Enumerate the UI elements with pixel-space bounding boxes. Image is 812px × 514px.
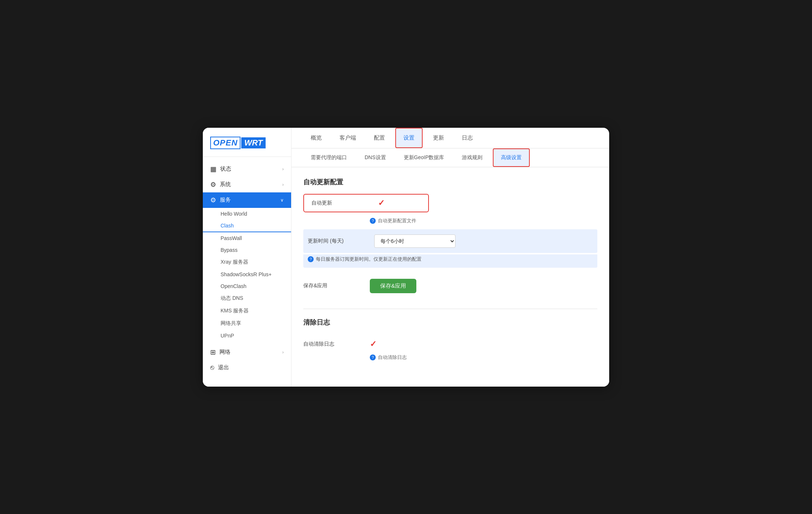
content-area: 自动更新配置 自动更新 ✓ ? 自动更新配置文件 更新时间 (每天) 每个6小时 xyxy=(291,167,609,387)
save-label: 保存&应用 xyxy=(303,282,370,289)
logo-text: OPEN WRT xyxy=(210,137,284,149)
sidebar-item-services[interactable]: ⚙ 服务 ∨ xyxy=(203,192,291,208)
save-button[interactable]: 保存&应用 xyxy=(370,279,416,293)
auto-update-checkmark: ✓ xyxy=(378,198,385,208)
tab-logs[interactable]: 日志 xyxy=(454,128,480,147)
sub-tab-advanced-settings[interactable]: 高级设置 xyxy=(493,148,530,167)
app-container: OPEN WRT ▦ 状态 › ⚙ 系统 › ⚙ 服务 ∨ xyxy=(203,128,609,387)
sub-tab-proxy-ports[interactable]: 需要代理的端口 xyxy=(303,149,354,166)
auto-update-help-row: ? 自动更新配置文件 xyxy=(303,215,597,229)
sidebar-sub-shadowsocksr[interactable]: ShadowSocksR Plus+ xyxy=(203,268,291,280)
sidebar-item-label-status: 状态 xyxy=(220,165,231,172)
update-interval-help-row: ? 每日服务器订阅更新时间。仅更新正在使用的配置 xyxy=(303,254,597,268)
auto-clear-checkmark: ✓ xyxy=(370,339,376,349)
auto-clear-row: 自动清除日志 ✓ xyxy=(303,334,597,352)
top-tabs: 概览 客户端 配置 设置 更新 日志 xyxy=(291,128,609,148)
auto-clear-help-row: ? 自动清除日志 xyxy=(303,352,597,366)
clear-logs-section: 清除日志 自动清除日志 ✓ ? 自动清除日志 xyxy=(303,318,597,366)
logout-icon: ⎋ xyxy=(210,364,214,371)
sidebar-sub-network-share[interactable]: 网络共享 xyxy=(203,317,291,330)
sidebar-sub-kms[interactable]: KMS 服务器 xyxy=(203,305,291,317)
auto-clear-label: 自动清除日志 xyxy=(303,341,370,347)
services-icon: ⚙ xyxy=(210,196,216,204)
tab-config[interactable]: 配置 xyxy=(366,128,392,147)
sidebar-sub-upnp[interactable]: UPnP xyxy=(203,330,291,342)
auto-clear-help-text: 自动清除日志 xyxy=(378,354,407,361)
sidebar-item-status[interactable]: ▦ 状态 › xyxy=(203,161,291,177)
logo-wrt: WRT xyxy=(241,137,266,148)
main-content: 概览 客户端 配置 设置 更新 日志 需要代理的端口 DNS设置 更新GeoIP… xyxy=(291,128,609,387)
sidebar-sub-hello-world[interactable]: Hello World xyxy=(203,208,291,220)
sidebar-item-label-system: 系统 xyxy=(220,181,231,188)
update-interval-select[interactable]: 每个6小时 每个12小时 每天 每2天 xyxy=(374,234,456,248)
sidebar-item-label-services: 服务 xyxy=(220,196,231,203)
sidebar-navigation: ▦ 状态 › ⚙ 系统 › ⚙ 服务 ∨ Hello World Clash P… xyxy=(203,157,291,380)
sidebar: OPEN WRT ▦ 状态 › ⚙ 系统 › ⚙ 服务 ∨ xyxy=(203,128,291,387)
services-arrow-icon: ∨ xyxy=(280,198,284,203)
sidebar-item-logout[interactable]: ⎋ 退出 xyxy=(203,360,291,375)
clear-logs-title: 清除日志 xyxy=(303,318,597,327)
section-divider xyxy=(303,309,597,309)
logo-open: OPEN xyxy=(210,137,240,149)
sidebar-item-label-network: 网络 xyxy=(219,349,231,356)
sub-tab-game-rules[interactable]: 游戏规则 xyxy=(454,149,490,166)
save-row: 保存&应用 保存&应用 xyxy=(303,274,597,298)
network-arrow-icon: › xyxy=(282,350,284,355)
system-icon: ⚙ xyxy=(210,181,216,189)
tab-settings[interactable]: 设置 xyxy=(395,128,423,148)
auto-update-help-icon: ? xyxy=(370,218,376,224)
sidebar-sub-passwall[interactable]: PassWall xyxy=(203,232,291,244)
status-arrow-icon: › xyxy=(282,167,284,172)
sidebar-sub-bypass[interactable]: Bypass xyxy=(203,244,291,256)
update-interval-row: 更新时间 (每天) 每个6小时 每个12小时 每天 每2天 xyxy=(303,229,597,253)
tab-update[interactable]: 更新 xyxy=(426,128,451,147)
sidebar-item-system[interactable]: ⚙ 系统 › xyxy=(203,177,291,192)
tab-clients[interactable]: 客户端 xyxy=(332,128,364,147)
update-interval-label: 更新时间 (每天) xyxy=(308,238,374,244)
tab-overview[interactable]: 概览 xyxy=(303,128,329,147)
sidebar-sub-dynamic-dns[interactable]: 动态 DNS xyxy=(203,292,291,305)
system-arrow-icon: › xyxy=(282,182,284,187)
auto-update-title: 自动更新配置 xyxy=(303,178,597,186)
auto-update-section: 自动更新配置 自动更新 ✓ ? 自动更新配置文件 更新时间 (每天) 每个6小时 xyxy=(303,178,597,298)
auto-update-label: 自动更新 xyxy=(311,200,378,206)
status-icon: ▦ xyxy=(210,165,216,173)
sidebar-sub-xray[interactable]: Xray 服务器 xyxy=(203,256,291,268)
sub-tabs: 需要代理的端口 DNS设置 更新GeoIP数据库 游戏规则 高级设置 xyxy=(291,148,609,167)
auto-clear-help-icon: ? xyxy=(370,354,376,360)
auto-update-help-text: 自动更新配置文件 xyxy=(378,217,416,224)
auto-update-row: 自动更新 ✓ xyxy=(303,194,429,212)
sub-tab-dns-settings[interactable]: DNS设置 xyxy=(357,149,393,166)
logo: OPEN WRT xyxy=(203,128,291,157)
update-interval-help-icon: ? xyxy=(308,256,314,262)
sidebar-sub-openclash[interactable]: OpenClash xyxy=(203,280,291,292)
sidebar-item-network[interactable]: ⊞ 网络 › xyxy=(203,345,291,360)
services-sub-items: Hello World Clash PassWall Bypass Xray 服… xyxy=(203,208,291,345)
network-icon: ⊞ xyxy=(210,348,216,356)
sidebar-sub-clash[interactable]: Clash xyxy=(203,220,291,232)
update-interval-inner: 更新时间 (每天) 每个6小时 每个12小时 每天 每2天 xyxy=(308,234,593,248)
sub-tab-update-geoip[interactable]: 更新GeoIP数据库 xyxy=(396,149,452,166)
update-interval-help-text: 每日服务器订阅更新时间。仅更新正在使用的配置 xyxy=(316,256,422,263)
sidebar-item-label-logout: 退出 xyxy=(218,364,229,371)
